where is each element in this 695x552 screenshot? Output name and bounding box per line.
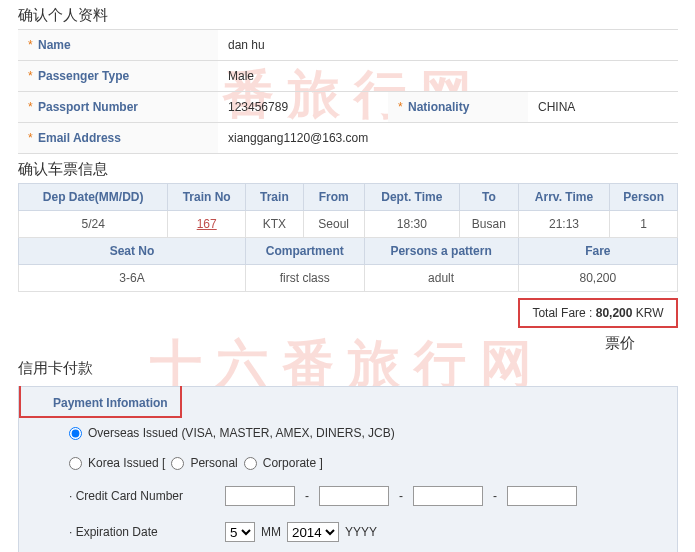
korea-label[interactable]: Korea Issued [ [88, 456, 165, 470]
name-label: Name [38, 38, 71, 52]
total-fare-value: 80,200 [596, 306, 633, 320]
yyyy-label: YYYY [345, 525, 377, 539]
train-header: Train [246, 184, 304, 211]
personal-info-title: 确认个人资料 [0, 0, 695, 29]
cc-sep: - [305, 489, 309, 503]
cc-input-3[interactable] [413, 486, 483, 506]
fare-value: 80,200 [518, 265, 677, 292]
dep-date-header: Dep Date(MM/DD) [19, 184, 168, 211]
passenger-type-label: Passenger Type [38, 69, 129, 83]
from-header: From [303, 184, 364, 211]
personal-label[interactable]: Personal [190, 456, 237, 470]
personal-radio[interactable] [171, 457, 184, 470]
total-fare-box: Total Fare : 80,200 KRW [518, 298, 678, 328]
to-header: To [460, 184, 519, 211]
korea-row: Korea Issued [ Personal Corporate ] [19, 448, 677, 478]
payment-box: Payment Infomation Overseas Issued (VISA… [18, 386, 678, 552]
seat-no-value: 3-6A [19, 265, 246, 292]
korea-radio[interactable] [69, 457, 82, 470]
cc-number-label: · Credit Card Number [69, 489, 219, 503]
train-no-link[interactable]: 167 [197, 217, 217, 231]
ticket-price-label: 票价 [0, 334, 695, 353]
month-select[interactable]: 5 [225, 522, 255, 542]
person-value: 1 [610, 211, 678, 238]
cc-sep: - [399, 489, 403, 503]
nationality-value: CHINA [528, 92, 678, 123]
mm-label: MM [261, 525, 281, 539]
ticket-header-row-2: Seat No Compartment Persons a pattern Fa… [19, 238, 678, 265]
required-asterisk: * [28, 131, 33, 145]
ticket-info-table: Dep Date(MM/DD) Train No Train From Dept… [18, 183, 678, 292]
personal-info-table: * Name dan hu * Passenger Type Male * Pa… [18, 29, 678, 154]
compartment-value: first class [246, 265, 365, 292]
name-value: dan hu [218, 30, 678, 61]
seat-no-header: Seat No [19, 238, 246, 265]
total-fare-currency: KRW [632, 306, 663, 320]
required-asterisk: * [28, 38, 33, 52]
cc-number-row: · Credit Card Number - - - [19, 478, 677, 514]
train-no-header: Train No [168, 184, 246, 211]
ticket-data-row-1: 5/24 167 KTX Seoul 18:30 Busan 21:13 1 [19, 211, 678, 238]
arrv-time-header: Arrv. Time [518, 184, 610, 211]
passport-value: 123456789 [218, 92, 388, 123]
required-asterisk: * [28, 69, 33, 83]
ticket-header-row-1: Dep Date(MM/DD) Train No Train From Dept… [19, 184, 678, 211]
total-fare-label: Total Fare : [532, 306, 595, 320]
required-asterisk: * [28, 100, 33, 114]
compartment-header: Compartment [246, 238, 365, 265]
dep-date-value: 5/24 [19, 211, 168, 238]
pattern-value: adult [364, 265, 518, 292]
passenger-type-value: Male [218, 61, 678, 92]
from-value: Seoul [303, 211, 364, 238]
payment-info-header: Payment Infomation [19, 386, 182, 418]
pattern-header: Persons a pattern [364, 238, 518, 265]
train-value: KTX [246, 211, 304, 238]
cc-input-4[interactable] [507, 486, 577, 506]
dept-time-value: 18:30 [364, 211, 460, 238]
fare-header: Fare [518, 238, 677, 265]
overseas-label[interactable]: Overseas Issued (VISA, MASTER, AMEX, DIN… [88, 426, 395, 440]
payment-title: 信用卡付款 [0, 353, 695, 382]
ticket-info-title: 确认车票信息 [0, 154, 695, 183]
email-value: xianggang1120@163.com [218, 123, 678, 154]
cc-input-1[interactable] [225, 486, 295, 506]
person-header: Person [610, 184, 678, 211]
corporate-label[interactable]: Corporate ] [263, 456, 323, 470]
cc-sep: - [493, 489, 497, 503]
expiration-label: · Expiration Date [69, 525, 219, 539]
expiration-row: · Expiration Date 5 MM 2014 YYYY [19, 514, 677, 550]
overseas-radio[interactable] [69, 427, 82, 440]
passport-label: Passport Number [38, 100, 138, 114]
cc-input-2[interactable] [319, 486, 389, 506]
nationality-label: Nationality [408, 100, 469, 114]
to-value: Busan [460, 211, 519, 238]
year-select[interactable]: 2014 [287, 522, 339, 542]
corporate-radio[interactable] [244, 457, 257, 470]
required-asterisk: * [398, 100, 403, 114]
overseas-row: Overseas Issued (VISA, MASTER, AMEX, DIN… [19, 418, 677, 448]
dept-time-header: Dept. Time [364, 184, 460, 211]
email-label: Email Address [38, 131, 121, 145]
arrv-time-value: 21:13 [518, 211, 610, 238]
ticket-data-row-2: 3-6A first class adult 80,200 [19, 265, 678, 292]
